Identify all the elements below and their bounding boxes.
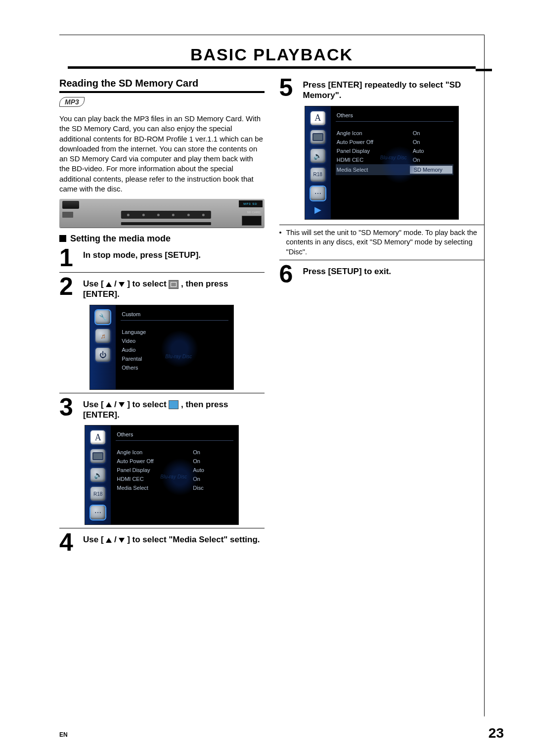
step-text: Press [ENTER] repeatedly to select "SD M… bbox=[303, 77, 485, 101]
device-sd-label: SD CARD bbox=[247, 211, 260, 214]
intro-paragraph: You can play back the MP3 files in an SD… bbox=[59, 114, 265, 194]
step-number: 2 bbox=[59, 276, 83, 298]
osd-row: Angle IconOn bbox=[116, 448, 233, 457]
device-controls bbox=[121, 211, 211, 219]
up-arrow-icon bbox=[106, 538, 112, 543]
osd-icon-speaker: 🔈 bbox=[311, 149, 325, 163]
osd-row: Auto Power OffOn bbox=[336, 138, 453, 146]
osd-screenshot-custom: 🔧 ♬ ⏻ Blu-ray Disc Custom Language Video… bbox=[89, 305, 234, 390]
step-text: Use [ / ] to select "Media Select" setti… bbox=[83, 531, 260, 545]
down-arrow-icon bbox=[119, 402, 125, 407]
bluray-watermark-text: Blu-ray Disc bbox=[160, 474, 187, 479]
format-badge: MP3 bbox=[59, 97, 85, 107]
right-column: 5 Press [ENTER] repeatedly to select "SD… bbox=[279, 76, 485, 554]
osd-category: Others bbox=[336, 110, 453, 122]
osd-icon-others: ⋯ bbox=[311, 187, 325, 200]
left-column: Reading the SD Memory Card MP3 You can p… bbox=[59, 76, 265, 554]
step-3: 3 Use [ / ] to select , then press [ENTE… bbox=[59, 393, 265, 421]
note-block: •This will set the unit to "SD Memory" m… bbox=[279, 225, 485, 257]
osd-category: Custom bbox=[121, 309, 228, 321]
step-text: Use [ / ] to select , then press [ENTER]… bbox=[83, 276, 265, 300]
square-bullet-icon bbox=[59, 235, 66, 242]
bluray-watermark-icon bbox=[381, 146, 418, 184]
step-number: 6 bbox=[279, 263, 303, 285]
page-number: 23 bbox=[489, 725, 504, 741]
osd-category: Others bbox=[116, 429, 233, 441]
step-number: 5 bbox=[279, 77, 303, 99]
bluray-watermark-icon bbox=[161, 330, 198, 368]
step-text: In stop mode, press [SETUP]. bbox=[83, 247, 201, 260]
step-number: 4 bbox=[59, 531, 83, 554]
bullet-dot-icon: • bbox=[279, 228, 286, 257]
subheading: Setting the media mode bbox=[59, 234, 265, 244]
step-5: 5 Press [ENTER] repeatedly to select "SD… bbox=[279, 77, 485, 101]
osd-icon-monitor bbox=[90, 449, 105, 463]
down-arrow-icon bbox=[119, 538, 125, 543]
osd-icon-sliders: ♬ bbox=[95, 329, 110, 343]
up-arrow-icon bbox=[106, 282, 112, 287]
osd-screenshot-others-disc: A 🔈 R18 ⋯ Blu-ray Disc Others Angle Icon… bbox=[85, 425, 239, 525]
device-illustration: MP3 SD SD CARD bbox=[59, 199, 265, 228]
osd-icon-rating: R18 bbox=[311, 168, 325, 182]
step-4: 4 Use [ / ] to select "Media Select" set… bbox=[59, 528, 265, 554]
device-sd-tray bbox=[242, 216, 262, 226]
page-title: BASIC PLAYBACK bbox=[59, 45, 484, 64]
section-title: Reading the SD Memory Card bbox=[59, 78, 265, 93]
step-6: 6 Press [SETUP] to exit. bbox=[279, 260, 485, 285]
osd-icon-wrench: 🔧 bbox=[95, 310, 110, 324]
step-2: 2 Use [ / ] to select , then press [ENTE… bbox=[59, 272, 265, 300]
title-rule bbox=[68, 66, 476, 69]
step-text: Press [SETUP] to exit. bbox=[303, 263, 392, 277]
osd-icon-others: ⋯ bbox=[90, 506, 105, 520]
device-disc-slot bbox=[121, 222, 211, 225]
section-title-text: Reading the SD Memory Card bbox=[59, 78, 198, 89]
step-number: 3 bbox=[59, 396, 83, 419]
osd-icon-rating: R18 bbox=[90, 487, 105, 501]
osd-row: Angle IconOn bbox=[336, 129, 453, 138]
osd-icon-gear: ⏻ bbox=[95, 348, 110, 362]
page-language-code: EN bbox=[59, 731, 68, 738]
custom-menu-icon bbox=[169, 280, 178, 289]
osd-icon-speaker: 🔈 bbox=[90, 468, 105, 482]
bluray-watermark-text: Blu-ray Disc bbox=[165, 354, 192, 359]
down-arrow-icon bbox=[119, 282, 125, 287]
osd-icon-right-arrow: ▶ bbox=[313, 205, 322, 214]
others-menu-icon bbox=[169, 400, 178, 409]
device-panel: MP3 SD bbox=[239, 200, 263, 207]
osd-icon-monitor bbox=[311, 130, 325, 144]
up-arrow-icon bbox=[106, 402, 112, 407]
step-number: 1 bbox=[59, 247, 83, 269]
osd-screenshot-others-sdmemory: A 🔈 R18 ⋯ ▶ Blu-ray Disc Others Angle Ic… bbox=[305, 106, 459, 220]
step-1: 1 In stop mode, press [SETUP]. bbox=[59, 247, 265, 269]
bluray-watermark-text: Blu-ray Disc bbox=[380, 155, 407, 160]
osd-icon-A: A bbox=[311, 111, 325, 125]
step-text: Use [ / ] to select , then press [ENTER]… bbox=[83, 396, 265, 421]
note-text: This will set the unit to "SD Memory" mo… bbox=[286, 228, 485, 257]
osd-icon-A: A bbox=[90, 430, 105, 444]
